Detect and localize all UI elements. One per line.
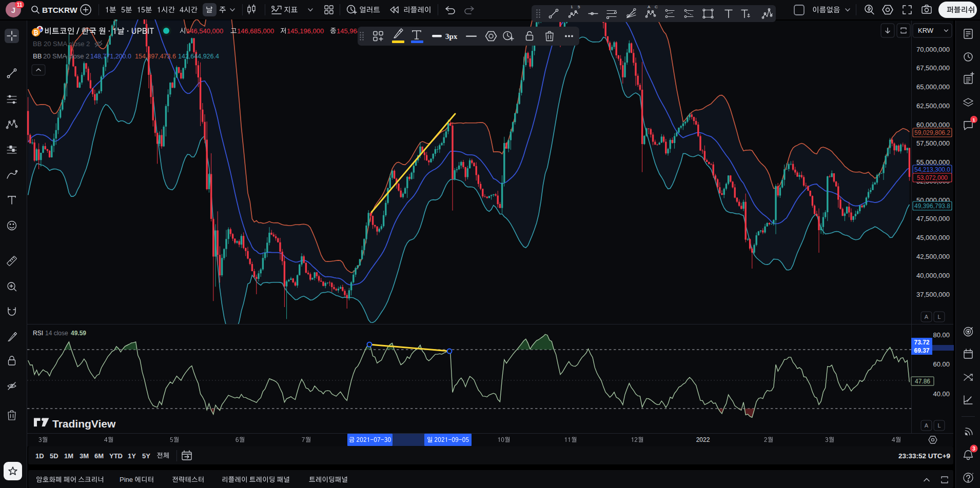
svg-text:3px: 3px <box>445 32 458 40</box>
svg-text:23:33:52 UTC+9: 23:33:52 UTC+9 <box>898 452 950 460</box>
svg-text:Pine: Pine <box>120 476 133 483</box>
svg-text:YTD: YTD <box>109 452 123 460</box>
svg-text:80.00: 80.00 <box>933 331 950 339</box>
svg-text:54,213,300.0: 54,213,300.0 <box>914 166 950 173</box>
svg-text:53,072,000: 53,072,000 <box>917 174 948 181</box>
svg-text:BB: BB <box>33 52 42 60</box>
svg-text:1Y: 1Y <box>128 452 136 460</box>
svg-text:40.00: 40.00 <box>933 390 950 398</box>
svg-text:62,500,000: 62,500,000 <box>916 102 950 110</box>
svg-text:20 SMA close 2: 20 SMA close 2 <box>43 52 89 60</box>
svg-text:1D: 1D <box>35 452 44 460</box>
svg-text:154,897,473.6: 154,897,473.6 <box>135 53 176 60</box>
svg-text:C: C <box>655 5 658 9</box>
svg-text:6M: 6M <box>94 452 104 460</box>
svg-text:3: 3 <box>972 446 975 452</box>
svg-text:BTCKRW: BTCKRW <box>42 6 77 14</box>
svg-text:L: L <box>937 422 940 429</box>
svg-text:67,500,000: 67,500,000 <box>916 64 950 72</box>
svg-text:146,685,000: 146,685,000 <box>237 27 274 35</box>
svg-text:73.72: 73.72 <box>914 339 929 346</box>
svg-text:57,500,000: 57,500,000 <box>916 139 950 147</box>
svg-text:69.37: 69.37 <box>914 347 929 354</box>
svg-text:3M: 3M <box>80 452 89 460</box>
svg-text:1: 1 <box>972 117 975 123</box>
svg-text:40,000,000: 40,000,000 <box>916 272 950 279</box>
svg-text:14 close: 14 close <box>45 330 68 337</box>
svg-text:A: A <box>925 314 929 320</box>
svg-text:1M: 1M <box>64 452 73 460</box>
svg-text:1: 1 <box>571 5 573 9</box>
svg-text:2022: 2022 <box>696 436 710 443</box>
svg-text:KRW: KRW <box>918 27 934 34</box>
svg-text:TradingView: TradingView <box>52 418 116 430</box>
svg-text:49,396,793.8: 49,396,793.8 <box>914 202 950 210</box>
svg-text:59,029,806.2: 59,029,806.2 <box>914 129 950 136</box>
svg-text:J: J <box>11 6 15 14</box>
svg-text:146,540,000: 146,540,000 <box>186 27 223 35</box>
svg-text:47,500,000: 47,500,000 <box>916 215 950 222</box>
svg-text:11: 11 <box>17 2 23 8</box>
svg-text:37,500,000: 37,500,000 <box>916 291 950 298</box>
svg-text:65,000,000: 65,000,000 <box>916 83 950 91</box>
svg-text:70,000,000: 70,000,000 <box>916 46 950 53</box>
svg-text:145,196,000: 145,196,000 <box>287 27 324 35</box>
svg-text:47.86: 47.86 <box>915 378 930 385</box>
svg-text:49.59: 49.59 <box>71 330 86 337</box>
svg-text:5D: 5D <box>50 452 58 460</box>
svg-text:5: 5 <box>578 5 580 9</box>
svg-text:A: A <box>925 422 929 429</box>
svg-text:BB 20 SMA close 2: BB 20 SMA close 2 <box>33 40 90 48</box>
svg-text:45,000,000: 45,000,000 <box>916 234 950 241</box>
svg-text:RSI: RSI <box>33 330 43 337</box>
svg-text:₿: ₿ <box>33 29 38 36</box>
svg-text:L: L <box>937 314 940 320</box>
svg-text:42,500,000: 42,500,000 <box>916 253 950 260</box>
svg-text:148,771,200.0: 148,771,200.0 <box>90 53 131 60</box>
svg-text:60.00: 60.00 <box>933 360 950 368</box>
svg-text:A: A <box>648 5 651 9</box>
svg-text:5Y: 5Y <box>142 452 150 460</box>
svg-text:142,644,926.4: 142,644,926.4 <box>178 53 219 60</box>
svg-text:60,000,000: 60,000,000 <box>916 121 950 129</box>
